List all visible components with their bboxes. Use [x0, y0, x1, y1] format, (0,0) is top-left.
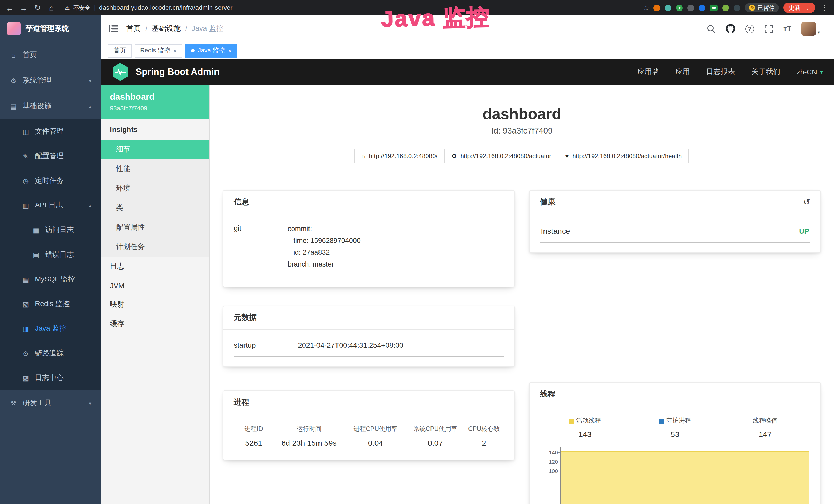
menu-item-config-props[interactable]: 配置属性: [101, 218, 209, 237]
gear-icon: ⚙: [9, 77, 18, 85]
menu-item-jvm[interactable]: JVM: [101, 276, 209, 295]
metadata-value: 2021-04-27T00:44:31.254+08:00: [298, 341, 403, 349]
close-icon[interactable]: ×: [173, 47, 177, 54]
bookmark-star-icon[interactable]: ☆: [643, 4, 649, 12]
forward-icon[interactable]: →: [19, 3, 28, 12]
extension-icon[interactable]: [665, 4, 672, 11]
update-button[interactable]: 更新 ⋮: [784, 3, 815, 13]
extension-icon[interactable]: [654, 4, 660, 11]
sidebar-item-scheduled-tasks[interactable]: ◷ 定时任务: [0, 168, 101, 193]
close-icon[interactable]: ×: [228, 47, 232, 54]
reload-icon[interactable]: ↻: [33, 3, 42, 12]
breadcrumb-separator: /: [185, 25, 187, 32]
sidebar-item-system[interactable]: ⚙ 系统管理 ▾: [0, 68, 101, 93]
link-health-url[interactable]: ♥ http://192.168.0.2:48080/actuator/heal…: [558, 149, 689, 163]
link-root-url[interactable]: ⌂ http://192.168.0.2:48080/: [354, 149, 445, 163]
user-menu[interactable]: ▾: [802, 22, 820, 36]
github-icon[interactable]: [726, 24, 735, 33]
sidebar-item-mysql-monitor[interactable]: ▦ MySQL 监控: [0, 267, 101, 292]
sidebar-item-log-center[interactable]: ▩ 日志中心: [0, 366, 101, 390]
back-icon[interactable]: ←: [5, 3, 14, 12]
history-icon[interactable]: ↺: [803, 197, 810, 207]
sba-nav-journal[interactable]: 日志报表: [706, 67, 735, 76]
chart-plot-area: [561, 447, 810, 504]
legend-label: 线程峰值: [753, 416, 777, 425]
tab-redis-monitor[interactable]: Redis 监控 ×: [135, 44, 182, 57]
font-size-icon[interactable]: тT: [784, 25, 791, 33]
tab-java-monitor[interactable]: Java 监控 ×: [185, 44, 237, 57]
legend-value: 147: [759, 430, 772, 438]
legend-label: 活动线程: [576, 416, 601, 425]
chevron-down-icon: ▾: [820, 69, 823, 75]
menu-item-mappings[interactable]: 映射: [101, 295, 209, 314]
health-status-badge: UP: [799, 227, 809, 235]
language-selector[interactable]: zh-CN ▾: [797, 68, 823, 76]
y-tick: 100: [540, 466, 558, 476]
search-icon[interactable]: [707, 24, 716, 33]
breadcrumb-infrastructure[interactable]: 基础设施: [152, 24, 180, 33]
process-card: 进程 进程ID 5261 运行时间: [223, 390, 515, 460]
sba-brand-title[interactable]: Spring Boot Admin: [136, 67, 220, 77]
sidebar-item-java-monitor[interactable]: ◨ Java 监控: [0, 316, 101, 341]
trace-icon: ⊙: [22, 349, 30, 357]
menu-item-logs[interactable]: 日志: [101, 257, 209, 276]
info-line: id: 27aa832: [288, 247, 504, 259]
sidebar-item-config-management[interactable]: ✎ 配置管理: [0, 144, 101, 168]
sba-navbar: Spring Boot Admin 应用墙 应用 日志报表 关于我们 zh-CN…: [101, 59, 834, 85]
tab-label: Java 监控: [198, 46, 225, 55]
sidebar-item-dev-tools[interactable]: ⚒ 研发工具 ▾: [0, 390, 101, 416]
sidebar-item-redis-monitor[interactable]: ▧ Redis 监控: [0, 292, 101, 316]
tab-home[interactable]: 首页: [108, 44, 132, 57]
browser-menu-dots-icon[interactable]: ⋮: [820, 3, 829, 12]
extension-icon[interactable]: [722, 4, 729, 11]
sidebar-item-link-tracing[interactable]: ⊙ 链路追踪: [0, 341, 101, 366]
extension-on-badge[interactable]: on: [710, 5, 718, 10]
extension-icon[interactable]: ▾: [676, 4, 683, 11]
breadcrumb-home[interactable]: 首页: [126, 24, 141, 33]
menu-group-insights[interactable]: Insights: [101, 119, 209, 140]
extension-icon[interactable]: [687, 4, 694, 11]
address-bar[interactable]: ⚠ 不安全 | dashboard.yudao.iocoder.cn/infra…: [65, 4, 233, 12]
threads-legend: 活动线程 143 守护进程: [540, 415, 810, 438]
menu-item-caches[interactable]: 缓存: [101, 314, 209, 334]
menu-item-performance[interactable]: 性能: [101, 159, 209, 179]
card-title: 信息: [234, 197, 249, 207]
chevron-down-icon: ▾: [89, 78, 91, 84]
sidebar-item-label: API 日志: [35, 201, 63, 210]
menu-item-environment[interactable]: 环境: [101, 179, 209, 198]
browser-home-icon[interactable]: ⌂: [47, 3, 56, 12]
extension-icon[interactable]: [699, 4, 706, 11]
health-instance-label: Instance: [541, 226, 570, 235]
sidebar-item-access-logs[interactable]: ▣ 访问日志: [0, 218, 101, 243]
sidebar-item-label: 文件管理: [35, 127, 64, 136]
menu-item-details[interactable]: 细节: [101, 140, 209, 159]
chevron-up-icon: ▴: [89, 104, 91, 109]
instance-header[interactable]: dashboard 93a3fc7f7409: [101, 85, 209, 119]
menu-item-classes[interactable]: 类: [101, 198, 209, 218]
file-icon: ◫: [22, 128, 30, 135]
sidebar-item-error-logs[interactable]: ▣ 错误日志: [0, 243, 101, 267]
instance-sidebar: dashboard 93a3fc7f7409 Insights 细节 性能 环境…: [101, 85, 210, 504]
sidebar-item-api-logs[interactable]: ▥ API 日志 ▴: [0, 193, 101, 218]
menu-item-scheduled-tasks[interactable]: 计划任务: [101, 237, 209, 257]
sidebar-item-label: Java 监控: [35, 324, 67, 333]
sidebar-item-infrastructure[interactable]: ▤ 基础设施 ▴: [0, 93, 101, 119]
sidebar-item-file-management[interactable]: ◫ 文件管理: [0, 119, 101, 144]
hamburger-icon[interactable]: [109, 25, 118, 33]
sba-nav-about[interactable]: 关于我们: [751, 67, 780, 76]
sba-nav-wallboard[interactable]: 应用墙: [637, 67, 659, 76]
monitor-icon: ◨: [22, 325, 30, 333]
paused-chip[interactable]: ☺ 已暂停: [745, 3, 779, 12]
extension-icon[interactable]: [733, 4, 740, 11]
tags-view-bar: 首页 Redis 监控 × Java 监控 ×: [101, 42, 834, 59]
process-header: 系统CPU使用率: [407, 425, 464, 433]
sba-nav-applications[interactable]: 应用: [676, 67, 690, 76]
chevron-up-icon: ▴: [89, 203, 91, 208]
fullscreen-icon[interactable]: [764, 24, 773, 33]
infrastructure-icon: ▤: [9, 102, 18, 110]
sidebar-item-home[interactable]: ⌂ 首页: [0, 42, 101, 68]
tab-label: Redis 监控: [140, 46, 170, 55]
threads-chart: 140 120 100: [540, 447, 810, 504]
link-actuator-url[interactable]: ⚙ http://192.168.0.2:48080/actuator: [444, 149, 558, 163]
help-icon[interactable]: ?: [745, 24, 754, 33]
